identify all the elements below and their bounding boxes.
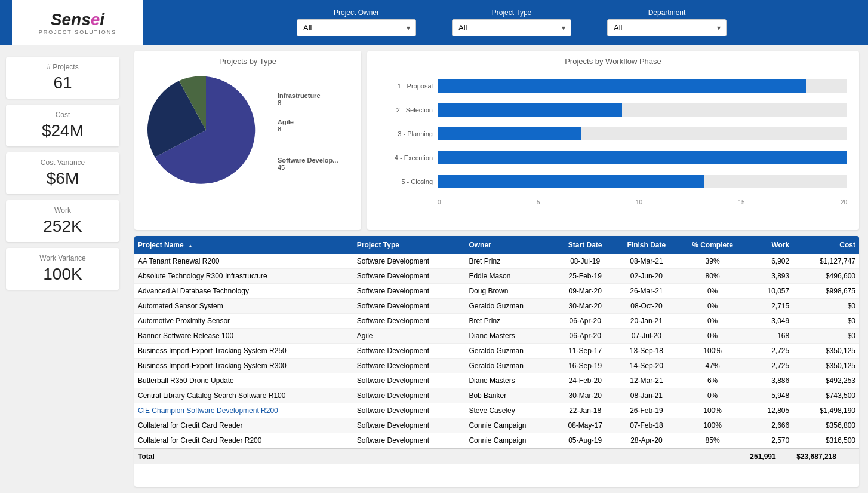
- col-header-work: Work: [746, 236, 793, 254]
- bar-track: [438, 175, 847, 188]
- cell-complete: 0%: [679, 388, 746, 403]
- cell-start: 24-Feb-20: [556, 373, 614, 388]
- bar-row: 1 - Proposal: [379, 79, 847, 93]
- bar-fill: [438, 127, 581, 140]
- projects-table: Project Name ▲ Project Type Owner Start …: [134, 236, 859, 464]
- cell-start: 06-Apr-20: [556, 329, 614, 344]
- cell-name[interactable]: CIE Champion Software Development R200: [134, 403, 353, 418]
- stat-value-cost: $24M: [15, 121, 110, 140]
- project-owner-select[interactable]: All: [297, 19, 416, 36]
- cell-complete: 85%: [679, 433, 746, 449]
- table-row[interactable]: Absolute Technology R300 Infrastructure …: [134, 269, 859, 284]
- cell-cost: $0: [793, 329, 859, 344]
- stat-card-work_variance: Work Variance 100K: [6, 248, 119, 290]
- cell-owner: Geraldo Guzman: [465, 299, 556, 314]
- stat-label-cost: Cost: [15, 111, 110, 119]
- cell-type: Software Development: [353, 314, 466, 329]
- cell-name: Automotive Proximity Sensor: [134, 314, 353, 329]
- cell-owner: Bob Banker: [465, 388, 556, 403]
- bar-row: 3 - Planning: [379, 127, 847, 140]
- stat-value-cost_variance: $6M: [15, 169, 110, 188]
- table-row[interactable]: Central Library Catalog Search Software …: [134, 388, 859, 403]
- header-filters: Project Owner All Project Type All Depar…: [143, 8, 856, 36]
- cell-work: 3,049: [746, 314, 793, 329]
- filter-group-owner: Project Owner All: [297, 8, 416, 36]
- cell-name: Advanced AI Database Technology: [134, 284, 353, 299]
- table-row[interactable]: Business Import-Export Tracking System R…: [134, 344, 859, 359]
- cell-type: Agile: [353, 329, 466, 344]
- table-row[interactable]: Butterball R350 Drone Update Software De…: [134, 373, 859, 388]
- table-row[interactable]: CIE Champion Software Development R200 S…: [134, 403, 859, 418]
- cell-finish: 12-Mar-21: [614, 373, 679, 388]
- table-row[interactable]: Advanced AI Database Technology Software…: [134, 284, 859, 299]
- cell-work: 2,725: [746, 359, 793, 373]
- pie-chart-title: Projects by Type: [140, 57, 355, 66]
- cell-name: Central Library Catalog Search Software …: [134, 388, 353, 403]
- stat-card-cost: Cost $24M: [6, 105, 119, 146]
- cell-cost: $998,675: [793, 284, 859, 299]
- cell-type: Software Development: [353, 299, 466, 314]
- cell-owner: Geraldo Guzman: [465, 344, 556, 359]
- table-row[interactable]: Collateral for Credit Card Reader R200 S…: [134, 433, 859, 449]
- cell-finish: 07-Feb-18: [614, 418, 679, 433]
- cell-complete: 100%: [679, 418, 746, 433]
- table-row[interactable]: Business Import-Export Tracking System R…: [134, 359, 859, 373]
- cell-work: 2,725: [746, 344, 793, 359]
- cell-type: Software Development: [353, 373, 466, 388]
- cell-start: 30-Mar-20: [556, 299, 614, 314]
- cell-type: Software Development: [353, 418, 466, 433]
- bar-chart-panel: Projects by Workflow Phase 1 - Proposal …: [367, 51, 859, 230]
- bar-fill: [438, 151, 847, 164]
- bar-chart: 1 - Proposal 2 - Selection 3 - Planning …: [373, 71, 853, 209]
- table-row[interactable]: AA Tenant Renewal R200 Software Developm…: [134, 254, 859, 269]
- cell-name: Collateral for Credit Card Reader R200: [134, 433, 353, 449]
- logo-area: Sensei PROJECT SOLUTIONS: [12, 0, 143, 45]
- cell-work: 2,666: [746, 418, 793, 433]
- cell-owner: Bret Prinz: [465, 254, 556, 269]
- stat-label-work: Work: [15, 206, 110, 215]
- bar-label: 4 - Execution: [379, 154, 433, 161]
- table-row[interactable]: Automotive Proximity Sensor Software Dev…: [134, 314, 859, 329]
- pie-label-infrastructure: Infrastructure 8: [278, 92, 338, 106]
- stat-label-cost_variance: Cost Variance: [15, 158, 110, 167]
- stat-value-projects: 61: [15, 74, 110, 93]
- pie-chart-panel: Projects by Type: [134, 51, 361, 230]
- cell-owner: Connie Campaign: [465, 418, 556, 433]
- pie-label-software: Software Develop... 45: [278, 157, 338, 171]
- filter-wrapper-type: All: [452, 19, 571, 36]
- cell-name: Banner Software Release 100: [134, 329, 353, 344]
- col-header-finish: Finish Date: [614, 236, 679, 254]
- cell-cost: $1,127,747: [793, 254, 859, 269]
- stat-card-projects: # Projects 61: [6, 57, 119, 99]
- cell-name: Butterball R350 Drone Update: [134, 373, 353, 388]
- cell-start: 06-Apr-20: [556, 314, 614, 329]
- cell-start: 09-Mar-20: [556, 284, 614, 299]
- cell-finish: 08-Mar-21: [614, 254, 679, 269]
- stat-label-projects: # Projects: [15, 63, 110, 71]
- cell-type: Software Development: [353, 344, 466, 359]
- table-row[interactable]: Automated Sensor System Software Develop…: [134, 299, 859, 314]
- project-type-select[interactable]: All: [452, 19, 571, 36]
- table-wrapper[interactable]: Project Name ▲ Project Type Owner Start …: [134, 236, 859, 487]
- bar-label: 2 - Selection: [379, 106, 433, 114]
- cell-work: 10,057: [746, 284, 793, 299]
- cell-complete: 47%: [679, 359, 746, 373]
- cell-finish: 08-Oct-20: [614, 299, 679, 314]
- cell-owner: Geraldo Guzman: [465, 359, 556, 373]
- pie-chart-svg: [146, 71, 266, 190]
- cell-start: 30-Mar-20: [556, 388, 614, 403]
- header: Sensei PROJECT SOLUTIONS Project Owner A…: [0, 0, 868, 45]
- charts-row: Projects by Type: [134, 51, 859, 230]
- cell-work: 5,948: [746, 388, 793, 403]
- bar-label: 1 - Proposal: [379, 82, 433, 90]
- department-select[interactable]: All: [607, 19, 727, 36]
- table-row[interactable]: Collateral for Credit Card Reader Softwa…: [134, 418, 859, 433]
- cell-cost: $496,600: [793, 269, 859, 284]
- cell-finish: 26-Mar-21: [614, 284, 679, 299]
- table-row[interactable]: Banner Software Release 100 Agile Diane …: [134, 329, 859, 344]
- cell-owner: Diane Masters: [465, 329, 556, 344]
- stat-label-work_variance: Work Variance: [15, 254, 110, 262]
- cell-work: 6,902: [746, 254, 793, 269]
- cell-complete: 80%: [679, 269, 746, 284]
- cell-owner: Diane Masters: [465, 373, 556, 388]
